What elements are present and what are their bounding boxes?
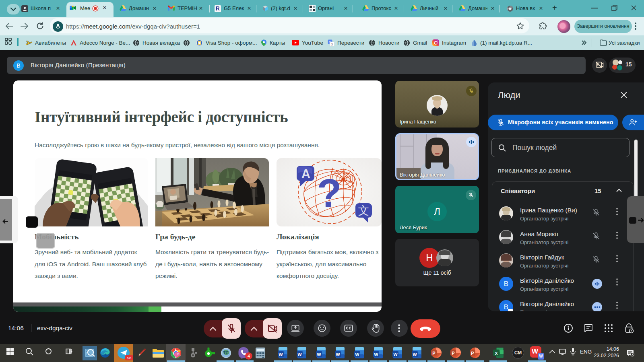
svg-text:W: W [317,352,321,357]
svg-text:W: W [355,352,359,357]
svg-text:?: ? [317,171,341,216]
svg-text:W: W [413,352,417,357]
svg-text:P: P [432,351,435,356]
svg-text:W: W [297,352,302,357]
svg-text:x: x [495,350,498,356]
svg-text:P: P [452,351,454,356]
svg-text:P: P [471,351,474,356]
svg-text:W: W [336,352,340,357]
svg-text:TC: TC [223,351,228,355]
svg-text:W: W [393,352,398,357]
svg-text:A: A [301,167,310,181]
svg-text:W: W [374,352,378,357]
svg-text:文: 文 [358,204,369,217]
svg-text:W: W [279,352,283,357]
svg-text:x: x [331,42,333,46]
